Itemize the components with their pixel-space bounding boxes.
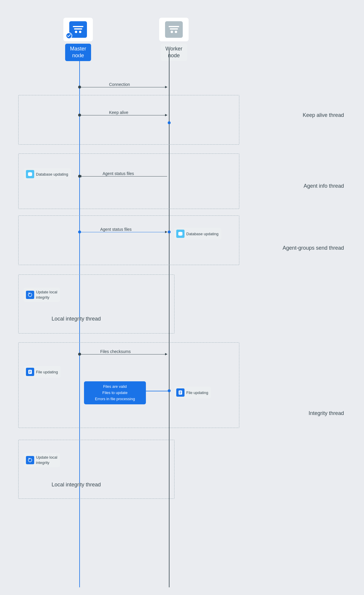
keep-alive-thread-label: Keep alive thread [303, 112, 344, 118]
files-checksums-arrow [79, 354, 167, 354]
db-updating-label-2: Database updating [186, 232, 218, 236]
worker-label: Worker node [161, 44, 187, 61]
db-icon-2 [176, 230, 185, 238]
database-updating-right: Database updating [174, 228, 221, 240]
agent-status-label-1: Agent status files [103, 171, 134, 176]
icon-dot-1 [75, 31, 77, 33]
diagram-container: Master node Worker node Connection Keep … [0, 0, 364, 595]
agent-info-thread-label: Agent info thread [304, 183, 344, 189]
integrity-thread-label: Integrity thread [309, 410, 344, 416]
master-label: Master node [65, 44, 91, 61]
agent-status-label-2: Agent status files [100, 227, 132, 232]
file-updating-dot-right [168, 389, 171, 392]
file-updating-right: File updating [174, 387, 211, 398]
keep-alive-arrow [79, 115, 167, 115]
update-local-label-2: Update local integrity [36, 455, 57, 465]
blue-horizontal-to-worker [146, 391, 170, 391]
icon-dot-2 [79, 31, 81, 33]
agent-info-section [18, 153, 239, 209]
db-icon-1 [26, 170, 34, 178]
keep-alive-response-dot [168, 121, 171, 124]
database-updating-left: Database updating [24, 168, 71, 180]
local-integrity-section-2 [18, 440, 174, 499]
blue-vertical-1 [79, 373, 80, 391]
files-valid-text: Files are validFiles to updateErrors in … [95, 384, 135, 401]
agent-status-dot-right [168, 231, 171, 233]
agent-status-arrow-2 [79, 232, 167, 232]
agent-status-arrow-1 [79, 176, 167, 176]
worker-icon-dot-1 [171, 31, 173, 33]
files-checksums-label: Files checksums [100, 349, 131, 354]
local-integrity-section-1 [18, 274, 174, 334]
connection-arrow [79, 87, 167, 87]
worker-icon-line-1 [169, 26, 179, 27]
master-badge [66, 32, 72, 39]
file-icon-1 [26, 368, 34, 376]
icon-line-1 [73, 26, 83, 27]
agent-groups-section [18, 215, 239, 265]
keep-alive-label: Keep alive [109, 110, 128, 115]
master-node: Master node [63, 18, 93, 61]
worker-node: Worker node [159, 18, 189, 61]
update-local-label-1: Update local integrity [36, 290, 57, 300]
file-icon-2 [176, 388, 185, 397]
file-updating-left: File updating [24, 366, 61, 378]
files-valid-box: Files are validFiles to updateErrors in … [84, 381, 146, 404]
db-updating-label-1: Database updating [36, 172, 68, 176]
keep-alive-section [18, 95, 239, 145]
agent-groups-thread-label: Agent-groups send thread [283, 245, 344, 251]
update-local-integrity-2: Update local integrity [24, 453, 60, 467]
local-integrity-thread-label-2: Local integrity thread [52, 482, 101, 488]
update-icon-1 [26, 291, 34, 299]
connection-label: Connection [109, 82, 130, 87]
worker-icon-dot-2 [175, 31, 177, 33]
update-local-integrity-1: Update local integrity [24, 288, 60, 302]
file-updating-label-1: File updating [36, 370, 58, 374]
local-integrity-thread-label-1: Local integrity thread [52, 316, 101, 322]
master-node-icon [63, 18, 93, 41]
worker-icon-dots [171, 31, 177, 33]
worker-icon-line-2 [170, 28, 178, 30]
icon-dots [75, 31, 81, 33]
worker-icon-inner [165, 21, 183, 38]
worker-node-icon [159, 18, 189, 41]
file-updating-label-2: File updating [186, 390, 208, 395]
update-icon-2 [26, 456, 34, 464]
icon-line-2 [74, 28, 82, 30]
